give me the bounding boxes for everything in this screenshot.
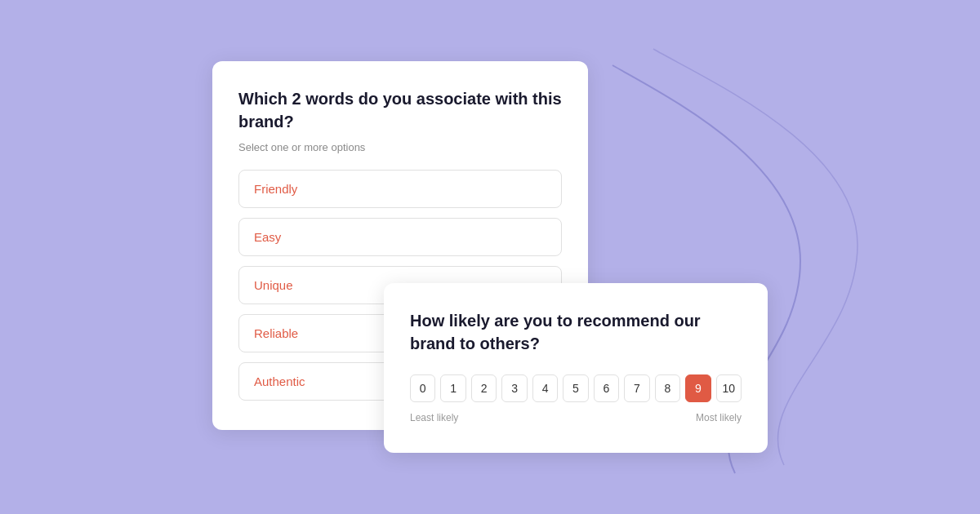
nps-btn-8[interactable]: 8 <box>655 374 680 402</box>
nps-label-max: Most likely <box>696 412 742 423</box>
nps-btn-3[interactable]: 3 <box>501 374 527 402</box>
option-easy[interactable]: Easy <box>238 218 562 256</box>
nps-btn-0[interactable]: 0 <box>410 374 435 402</box>
nps-label-min: Least likely <box>410 412 458 423</box>
option-friendly[interactable]: Friendly <box>238 170 562 208</box>
cards-container: Which 2 words do you associate with this… <box>212 61 768 453</box>
nps-btn-9[interactable]: 9 <box>685 374 710 402</box>
nps-btn-1[interactable]: 1 <box>440 374 466 402</box>
nps-card: How likely are you to recommend our bran… <box>384 283 768 453</box>
word-question-title: Which 2 words do you associate with this… <box>238 87 562 133</box>
nps-labels: Least likely Most likely <box>410 412 742 423</box>
nps-scale: 012345678910 <box>410 374 742 402</box>
nps-question-title: How likely are you to recommend our bran… <box>410 309 742 355</box>
nps-btn-2[interactable]: 2 <box>471 374 497 402</box>
nps-btn-10[interactable]: 10 <box>716 374 742 402</box>
nps-btn-5[interactable]: 5 <box>563 374 588 402</box>
word-question-subtitle: Select one or more options <box>238 141 562 153</box>
nps-btn-7[interactable]: 7 <box>624 374 649 402</box>
nps-btn-6[interactable]: 6 <box>594 374 619 402</box>
nps-btn-4[interactable]: 4 <box>532 374 558 402</box>
